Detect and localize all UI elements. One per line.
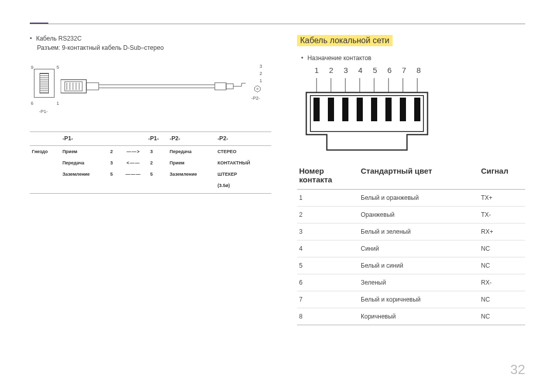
lan-row: 6ЗеленыйRX- [297,274,525,291]
plug-r3: 1 [260,78,262,83]
rs232-row: Заземление 5 ——— 5 Заземление ШТЕКЕР [30,169,271,180]
lan-row: 2ОранжевыйTX- [297,207,525,223]
connector-desc: Разъем: 9-контактный кабель D-Sub–стерео [37,44,271,51]
cell: 2 [148,157,160,169]
cell [30,169,60,180]
svg-rect-26 [313,98,320,121]
cell: 3 [108,157,119,169]
svg-rect-30 [371,98,377,121]
lan-row: 7Белый и коричневыйNC [297,291,525,308]
rs232-row: Передача 3 <—— 2 Прием КОНТАКТНЫЙ [30,157,271,169]
cell: Заземление [60,169,108,180]
cell: NC [479,240,525,257]
cell: Синий [359,240,479,257]
cell: Гнездо [30,146,60,158]
svg-rect-31 [385,98,392,121]
cell: 8 [297,308,359,325]
hex-icon [254,85,261,92]
rj45-num: 4 [358,66,362,74]
cell: 2 [297,207,359,223]
pin-6: 6 [31,101,33,106]
lan-row: 8КоричневыйNC [297,308,525,325]
cell: 3 [148,146,160,158]
cell: КОНТАКТНЫЙ [215,157,271,169]
cell: NC [479,257,525,274]
svg-point-16 [257,88,258,90]
rj45-num: 8 [416,66,420,74]
svg-rect-27 [328,98,334,121]
lan-row: 1Белый и оранжевыйTX+ [297,190,525,207]
cell: Передача [168,146,215,158]
svg-rect-1 [65,82,82,91]
rj45-num: 2 [329,66,333,74]
cell: RX+ [479,223,525,240]
plug-r2: 2 [260,71,262,76]
pin-1: 1 [57,101,59,106]
lan-th-signal: Сигнал [479,162,525,190]
rs232-diagram: 9 5 6 1 -P1- [30,59,271,125]
cell: Заземление [168,169,215,180]
cell: (3.5ø) [215,180,271,194]
arrow-icon: ——— [118,169,148,180]
cell: 2 [108,146,119,158]
page-number: 32 [510,362,525,378]
pin-assignment-label: Назначение контактов [301,54,525,62]
rs232-row-extra: (3.5ø) [30,180,271,194]
rs232-header-row: -P1- -P1- -P2- -P2- [30,132,271,146]
label-p1: -P1- [39,109,48,114]
cell: TX- [479,207,525,223]
svg-marker-15 [254,86,260,92]
rj45-num: 5 [373,66,377,74]
right-column: Кабель локальной сети Назначение контакт… [297,35,525,325]
cell: Передача [60,157,108,169]
lan-row: 3Белый и зеленыйRX+ [297,223,525,240]
arrow-icon: ——> [118,146,148,158]
rs232-th-p1a: -P1- [60,132,118,146]
rj45-icon [304,78,438,155]
svg-rect-10 [215,83,226,90]
cell: 5 [297,257,359,274]
rs232-th-p1b: -P1- [148,132,168,146]
cell: Белый и оранжевый [359,190,479,207]
cell: Оранжевый [359,207,479,223]
rj45-pin-numbers: 1 2 3 4 5 6 7 8 [314,66,421,74]
cell: ШТЕКЕР [215,169,271,180]
svg-rect-7 [86,83,99,90]
rj45-num: 7 [402,66,406,74]
cell: 3 [297,223,359,240]
label-p2: -P2- [251,96,260,101]
cell: Зеленый [359,274,479,291]
cell: Белый и коричневый [359,291,479,308]
rs232-pin-table: -P1- -P1- -P2- -P2- Гнездо Прием 2 ——> 3… [30,132,271,194]
rs232-th-blank [30,132,60,146]
svg-rect-11 [226,84,233,89]
cell: 5 [148,169,160,180]
cell: 1 [297,190,359,207]
rj45-num: 1 [314,66,319,74]
cable-drawing [61,77,246,97]
cell: 7 [297,291,359,308]
cell: Белый и синий [359,257,479,274]
left-column: Кабель RS232C Разъем: 9-контактный кабел… [30,35,271,325]
svg-rect-32 [400,98,406,121]
cell [30,157,60,169]
dsub-icon [30,69,61,100]
cell: NC [479,308,525,325]
rj45-diagram: 1 2 3 4 5 6 7 8 [304,66,438,153]
cell: 5 [108,169,119,180]
lan-row: 4СинийNC [297,240,525,257]
cell: Коричневый [359,308,479,325]
cell: RX- [479,274,525,291]
cell: Прием [60,146,108,158]
arrow-icon: <—— [118,157,148,169]
rj45-num: 3 [344,66,348,74]
cable-title: Кабель RS232C [30,35,271,42]
rs232-th-p2b: -P2- [215,132,271,146]
lan-header-row: Номер контакта Стандартный цвет Сигнал [297,162,525,190]
svg-rect-28 [342,98,348,121]
rs232-row: Гнездо Прием 2 ——> 3 Передача СТЕРЕО [30,146,271,158]
cell: 6 [297,274,359,291]
cell: 4 [297,240,359,257]
cell: NC [479,291,525,308]
rj45-num: 6 [387,66,392,74]
